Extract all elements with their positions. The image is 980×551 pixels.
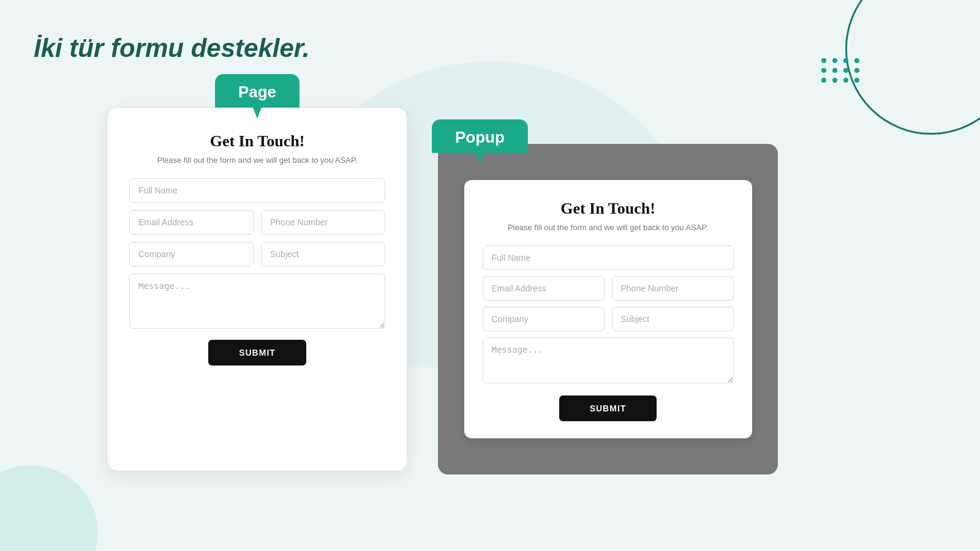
page-title: İki tür formu destekler. xyxy=(34,34,309,63)
popup-email-phone-row xyxy=(483,276,734,307)
popup-submit-button[interactable]: SUBMIT xyxy=(559,395,657,421)
popup-company-subject-row xyxy=(483,307,734,337)
page-company-input[interactable] xyxy=(129,242,254,266)
page-full-name-input[interactable] xyxy=(129,178,385,203)
popup-form-card: Get In Touch! Please fill out the form a… xyxy=(464,180,752,438)
page-company-subject-row xyxy=(129,242,385,274)
page-phone-input[interactable] xyxy=(261,210,385,234)
popup-phone-input[interactable] xyxy=(612,276,734,301)
page-subject-input[interactable] xyxy=(261,242,385,266)
popup-company-input[interactable] xyxy=(483,307,605,331)
page-email-phone-row xyxy=(129,210,385,242)
dot-grid xyxy=(821,58,861,83)
decorative-circle-top-right xyxy=(845,0,980,135)
page-submit-button[interactable]: SUBMIT xyxy=(208,340,306,365)
page-form-subtitle: Please fill out the form and we will get… xyxy=(157,156,357,165)
page-form-title: Get In Touch! xyxy=(210,132,305,151)
decorative-circle-bottom-left xyxy=(0,465,98,551)
popup-badge: Popup xyxy=(432,119,528,164)
popup-outer-container: Popup Get In Touch! Please fill out the … xyxy=(438,144,778,474)
popup-form-title: Get In Touch! xyxy=(483,200,734,218)
popup-form-subtitle: Please fill out the form and we will get… xyxy=(483,223,734,232)
popup-message-textarea[interactable] xyxy=(483,337,734,383)
popup-subject-input[interactable] xyxy=(612,307,734,331)
page-email-input[interactable] xyxy=(129,210,254,234)
page-form-card: Page Get In Touch! Please fill out the f… xyxy=(107,107,407,471)
page-message-textarea[interactable] xyxy=(129,274,385,329)
popup-full-name-input[interactable] xyxy=(483,246,734,270)
popup-email-input[interactable] xyxy=(483,276,605,301)
page-badge: Page xyxy=(215,74,300,119)
